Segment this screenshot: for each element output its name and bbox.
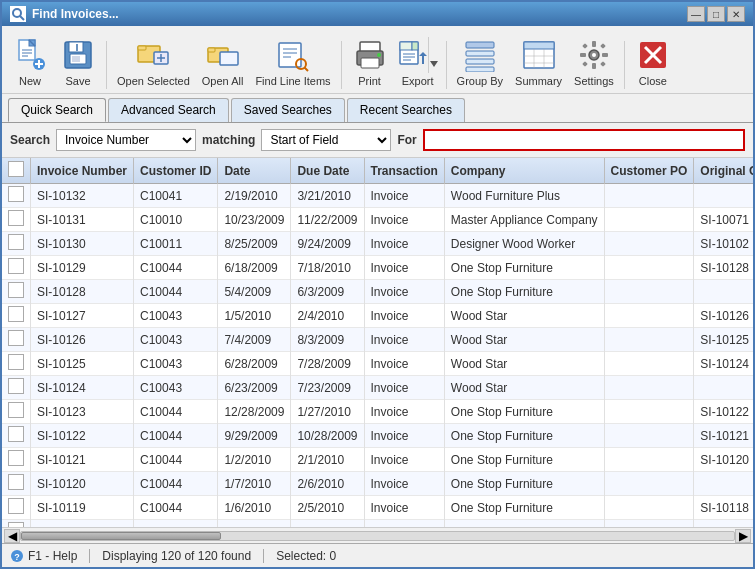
row-original-or (694, 472, 753, 496)
row-original-or: SI-10125 (694, 328, 753, 352)
row-company: Master Appliance Company (444, 208, 604, 232)
row-checkbox[interactable] (2, 328, 31, 352)
header-company[interactable]: Company (444, 158, 604, 184)
row-original-or (694, 280, 753, 304)
row-checkbox[interactable] (2, 184, 31, 208)
tab-quick-search[interactable]: Quick Search (8, 98, 106, 122)
table-row[interactable]: SI-10124 C10043 6/23/2009 7/23/2009 Invo… (2, 376, 753, 400)
scroll-left-button[interactable]: ◀ (4, 529, 20, 543)
tab-saved-searches[interactable]: Saved Searches (231, 98, 345, 122)
table-row[interactable]: SI-10125 C10043 6/28/2009 7/28/2009 Invo… (2, 352, 753, 376)
header-transaction[interactable]: Transaction (364, 158, 444, 184)
row-company: One Stop Furniture (444, 448, 604, 472)
table-row[interactable]: SI-10130 C10011 8/25/2009 9/24/2009 Invo… (2, 232, 753, 256)
svg-point-0 (13, 9, 21, 17)
close-button[interactable]: Close (631, 35, 675, 89)
group-by-icon (462, 37, 498, 73)
table-row[interactable]: SI-10129 C10044 6/18/2009 7/18/2010 Invo… (2, 256, 753, 280)
new-button[interactable]: New (8, 35, 52, 89)
row-due-date: 2/6/2010 (291, 472, 364, 496)
row-checkbox[interactable] (2, 304, 31, 328)
search-bar: Search Invoice Number Customer ID Date C… (2, 123, 753, 158)
match-select[interactable]: Start of Field Contains Exact Match End … (261, 129, 391, 151)
row-checkbox[interactable] (2, 424, 31, 448)
find-line-items-button[interactable]: Find Line Items (251, 35, 334, 89)
find-line-items-label: Find Line Items (255, 75, 330, 87)
table-row[interactable]: SI-10128 C10044 5/4/2009 6/3/2009 Invoic… (2, 280, 753, 304)
open-all-button[interactable]: Open All (198, 35, 248, 89)
row-checkbox[interactable] (2, 496, 31, 520)
row-company: One Stop Furniture (444, 496, 604, 520)
header-original-or[interactable]: Original Or (694, 158, 753, 184)
table-row[interactable]: SI-10132 C10041 2/19/2010 3/21/2010 Invo… (2, 184, 753, 208)
table-row[interactable]: SI-10121 C10044 1/2/2010 2/1/2010 Invoic… (2, 448, 753, 472)
settings-button[interactable]: Settings (570, 35, 618, 89)
row-transaction: Invoice (364, 208, 444, 232)
header-checkbox-col[interactable] (2, 158, 31, 184)
row-checkbox[interactable] (2, 256, 31, 280)
row-date: 1/6/2010 (218, 496, 291, 520)
search-input[interactable] (423, 129, 745, 151)
tab-advanced-search[interactable]: Advanced Search (108, 98, 229, 122)
row-checkbox[interactable] (2, 352, 31, 376)
svg-rect-12 (69, 42, 83, 52)
row-checkbox[interactable] (2, 520, 31, 528)
scroll-track[interactable] (20, 531, 735, 541)
save-button[interactable]: Save (56, 35, 100, 89)
row-due-date: 8/3/2009 (291, 328, 364, 352)
row-checkbox[interactable] (2, 448, 31, 472)
table-row[interactable]: SI-10126 C10043 7/4/2009 8/3/2009 Invoic… (2, 328, 753, 352)
svg-rect-56 (580, 53, 586, 57)
row-invoice-number: SI-10129 (31, 256, 134, 280)
export-button[interactable]: Export (396, 35, 440, 89)
row-checkbox[interactable] (2, 400, 31, 424)
row-due-date: 7/23/2009 (291, 376, 364, 400)
header-customer-id[interactable]: Customer ID (134, 158, 218, 184)
row-original-or (694, 184, 753, 208)
row-date: 6/28/2009 (218, 352, 291, 376)
header-due-date[interactable]: Due Date (291, 158, 364, 184)
table-row[interactable]: SI-10118 C10044 1/4/2010 2/3/2010 Invoic… (2, 520, 753, 528)
horizontal-scrollbar[interactable]: ◀ ▶ (2, 527, 753, 543)
row-checkbox[interactable] (2, 280, 31, 304)
header-invoice-number[interactable]: Invoice Number (31, 158, 134, 184)
row-customer-id: C10043 (134, 328, 218, 352)
svg-rect-17 (138, 46, 146, 50)
header-date[interactable]: Date (218, 158, 291, 184)
maximize-button[interactable]: □ (707, 6, 725, 22)
table-scroll-area[interactable]: Invoice Number Customer ID Date Due Date… (2, 158, 753, 527)
close-window-button[interactable]: ✕ (727, 6, 745, 22)
export-dropdown-arrow[interactable] (428, 37, 440, 73)
table-row[interactable]: SI-10131 C10010 10/23/2009 11/22/2009 In… (2, 208, 753, 232)
row-checkbox[interactable] (2, 472, 31, 496)
scroll-right-button[interactable]: ▶ (735, 529, 751, 543)
row-date: 1/4/2010 (218, 520, 291, 528)
tab-recent-searches[interactable]: Recent Searches (347, 98, 465, 122)
table-row[interactable]: SI-10123 C10044 12/28/2009 1/27/2010 Inv… (2, 400, 753, 424)
table-row[interactable]: SI-10127 C10043 1/5/2010 2/4/2010 Invoic… (2, 304, 753, 328)
minimize-button[interactable]: — (687, 6, 705, 22)
row-customer-id: C10044 (134, 496, 218, 520)
row-customer-id: C10044 (134, 400, 218, 424)
open-selected-button[interactable]: Open Selected (113, 35, 194, 89)
scroll-thumb[interactable] (21, 532, 221, 540)
row-checkbox[interactable] (2, 232, 31, 256)
row-customer-id: C10010 (134, 208, 218, 232)
table-row[interactable]: SI-10119 C10044 1/6/2010 2/5/2010 Invoic… (2, 496, 753, 520)
field-select[interactable]: Invoice Number Customer ID Date Company … (56, 129, 196, 151)
table-row[interactable]: SI-10120 C10044 1/7/2010 2/6/2010 Invoic… (2, 472, 753, 496)
table-row[interactable]: SI-10122 C10044 9/29/2009 10/28/2009 Inv… (2, 424, 753, 448)
header-customer-po[interactable]: Customer PO (604, 158, 694, 184)
row-customer-po (604, 352, 694, 376)
summary-button[interactable]: Summary (511, 35, 566, 89)
print-button[interactable]: Print (348, 35, 392, 89)
row-checkbox[interactable] (2, 208, 31, 232)
invoices-table: Invoice Number Customer ID Date Due Date… (2, 158, 753, 527)
row-original-or: SI-10124 (694, 352, 753, 376)
row-original-or: SI-10102 (694, 232, 753, 256)
group-by-button[interactable]: Group By (453, 35, 507, 89)
svg-point-33 (377, 53, 381, 57)
row-customer-po (604, 328, 694, 352)
row-checkbox[interactable] (2, 376, 31, 400)
close-icon (635, 37, 671, 73)
